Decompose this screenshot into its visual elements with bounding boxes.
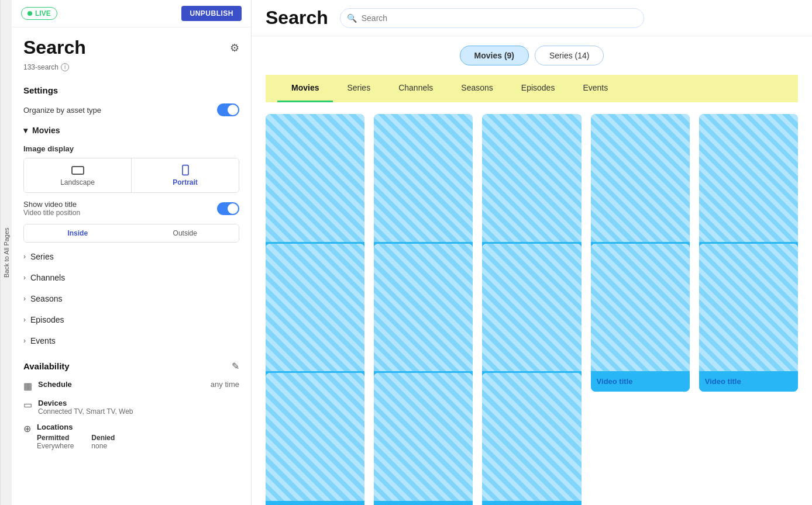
movies-label: Movies: [32, 126, 60, 135]
video-card-title: Video title: [482, 501, 581, 505]
show-video-title-row: Show video title Video title position: [12, 196, 251, 220]
filter-tab[interactable]: Movies (9): [460, 46, 529, 65]
schedule-label: Schedule: [38, 380, 72, 389]
episodes-label: Episodes: [30, 315, 64, 324]
seasons-label: Seasons: [30, 294, 62, 303]
outside-button[interactable]: Outside: [132, 224, 239, 242]
main-header: Search 🔍: [252, 0, 812, 36]
devices-value: Connected TV, Smart TV, Web: [38, 407, 239, 416]
svg-rect-1: [183, 165, 188, 175]
locations-label: Locations: [37, 423, 239, 431]
video-card[interactable]: Video title: [482, 244, 581, 392]
live-dot-icon: [27, 11, 32, 16]
video-card[interactable]: Video title: [266, 114, 364, 262]
search-input[interactable]: [340, 8, 644, 28]
asset-tab-events[interactable]: Events: [569, 75, 622, 102]
channels-chevron-right-icon: ›: [23, 274, 26, 282]
asset-tabs: MoviesSeriesChannelsSeasonsEpisodesEvent…: [266, 75, 798, 102]
settings-section-title: Settings: [12, 78, 251, 100]
video-card[interactable]: Video title: [374, 114, 473, 262]
series-label: Series: [30, 252, 54, 261]
video-card-thumbnail: Video title: [591, 244, 690, 392]
video-card[interactable]: Video title: [374, 373, 473, 505]
video-card[interactable]: Video title: [374, 244, 473, 392]
video-card-thumbnail: Video title: [266, 114, 364, 262]
video-card[interactable]: Video title: [699, 244, 798, 392]
video-card-thumbnail: Video title: [374, 244, 473, 392]
video-card-thumbnail: Video title: [591, 114, 690, 262]
series-chevron-right-icon: ›: [23, 252, 26, 261]
devices-icon: ▭: [23, 399, 32, 410]
devices-label: Devices: [38, 399, 67, 407]
sidebar: LIVE UNPUBLISH Search ⚙ 133-search i Set…: [12, 0, 252, 505]
denied-value: none: [91, 442, 115, 450]
info-icon: i: [61, 63, 69, 71]
image-display-label: Image display: [12, 141, 251, 154]
video-card-thumbnail: Video title: [699, 114, 798, 262]
asset-tab-channels[interactable]: Channels: [384, 75, 447, 102]
asset-tab-movies[interactable]: Movies: [277, 75, 333, 102]
video-card-thumbnail: Video title: [266, 244, 364, 392]
title-position-row: Inside Outside: [23, 224, 239, 243]
seasons-chevron-right-icon: ›: [23, 295, 26, 303]
devices-row: ▭ Devices Connected TV, Smart TV, Web: [12, 395, 251, 419]
edit-icon[interactable]: ✎: [232, 361, 239, 372]
organize-label: Organize by asset type: [23, 106, 101, 115]
video-card-thumbnail: Video title: [482, 114, 581, 262]
video-card-title: Video title: [699, 371, 798, 392]
video-card-thumbnail: Video title: [374, 373, 473, 505]
sidebar-slug: 133-search i: [12, 63, 251, 78]
channels-label: Channels: [30, 273, 65, 282]
video-card[interactable]: Video title: [482, 114, 581, 262]
movies-expand[interactable]: ▾ Movies: [12, 120, 251, 141]
globe-icon: ⊕: [23, 423, 31, 434]
asset-tab-seasons[interactable]: Seasons: [447, 75, 507, 102]
schedule-row: ▦ Schedule any time: [12, 376, 251, 395]
landscape-button[interactable]: Landscape: [24, 158, 131, 192]
show-video-title-label: Show video title: [23, 200, 80, 209]
video-card[interactable]: Video title: [482, 373, 581, 505]
show-video-title-toggle[interactable]: [217, 202, 239, 215]
svg-rect-0: [72, 167, 84, 174]
calendar-icon: ▦: [23, 381, 32, 392]
channels-expand[interactable]: › Channels: [12, 267, 251, 288]
video-card[interactable]: Video title: [591, 244, 690, 392]
organize-by-asset-type-row: Organize by asset type: [12, 100, 251, 120]
video-card-title: Video title: [266, 501, 364, 505]
events-chevron-right-icon: ›: [23, 337, 26, 345]
sidebar-top-bar: LIVE UNPUBLISH: [12, 0, 251, 27]
video-card[interactable]: Video title: [266, 373, 364, 505]
asset-tab-series[interactable]: Series: [333, 75, 384, 102]
events-expand[interactable]: › Events: [12, 330, 251, 351]
live-label: LIVE: [35, 9, 51, 18]
back-to-all-pages[interactable]: Back to All Pages: [0, 0, 12, 505]
asset-tab-episodes[interactable]: Episodes: [507, 75, 569, 102]
live-badge: LIVE: [21, 7, 57, 20]
filter-tab[interactable]: Series (14): [535, 46, 604, 65]
gear-icon[interactable]: ⚙: [230, 41, 239, 54]
inside-button[interactable]: Inside: [24, 224, 132, 242]
video-card-thumbnail: Video title: [266, 373, 364, 505]
video-card-thumbnail: Video title: [482, 244, 581, 392]
video-card-title: Video title: [591, 371, 690, 392]
search-input-wrapper: 🔍: [340, 8, 644, 28]
video-card-thumbnail: Video title: [374, 114, 473, 262]
image-display-row: Landscape Portrait: [23, 158, 239, 193]
series-expand[interactable]: › Series: [12, 246, 251, 267]
episodes-chevron-right-icon: ›: [23, 316, 26, 324]
unpublish-button[interactable]: UNPUBLISH: [181, 6, 242, 21]
main-title: Search: [266, 7, 328, 29]
locations-section: ⊕ Locations Permitted Everywhere Denied …: [12, 419, 251, 454]
events-label: Events: [30, 336, 56, 345]
video-card-thumbnail: Video title: [699, 244, 798, 392]
sidebar-title: Search: [23, 37, 86, 58]
portrait-button[interactable]: Portrait: [132, 158, 239, 192]
video-card-title: Video title: [374, 501, 473, 505]
seasons-expand[interactable]: › Seasons: [12, 288, 251, 309]
video-title-position-label: Video title position: [23, 209, 80, 217]
video-card[interactable]: Video title: [591, 114, 690, 262]
video-card[interactable]: Video title: [266, 244, 364, 392]
video-card[interactable]: Video title: [699, 114, 798, 262]
organize-toggle[interactable]: [217, 103, 239, 116]
episodes-expand[interactable]: › Episodes: [12, 309, 251, 330]
